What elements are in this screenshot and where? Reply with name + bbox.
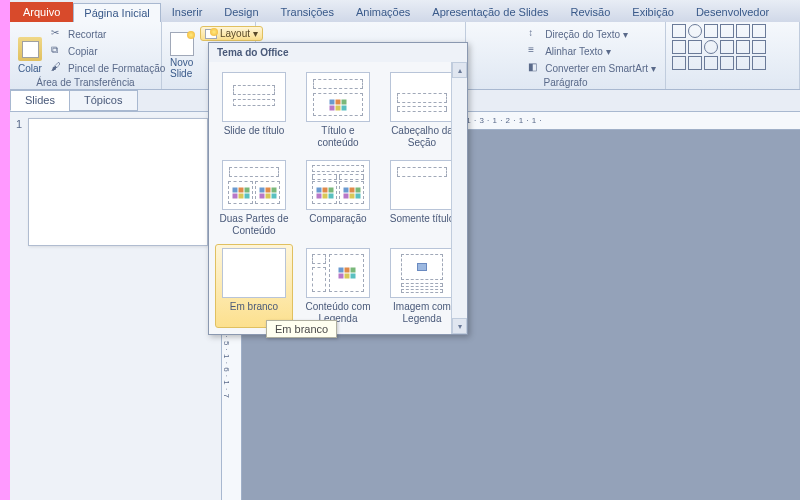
new-slide-button[interactable]: Novo Slide bbox=[168, 24, 196, 87]
thumb-row[interactable]: 1 bbox=[16, 118, 215, 246]
layout-grid: Slide de título Título e conteúdo Cabeça… bbox=[209, 62, 467, 334]
tab-home[interactable]: Página Inicial bbox=[73, 3, 160, 22]
chevron-down-icon: ▾ bbox=[623, 29, 628, 40]
tab-view[interactable]: Exibição bbox=[621, 2, 685, 22]
layout-title-only[interactable]: Somente título bbox=[383, 156, 461, 240]
tab-review[interactable]: Revisão bbox=[560, 2, 622, 22]
tab-design[interactable]: Design bbox=[213, 2, 269, 22]
layout-thumb bbox=[222, 72, 286, 122]
scissors-icon: ✂ bbox=[51, 27, 65, 41]
brush-icon: 🖌 bbox=[51, 61, 65, 75]
layout-blank[interactable]: Em branco bbox=[215, 244, 293, 328]
new-slide-icon bbox=[170, 32, 194, 56]
slide-number: 1 bbox=[16, 118, 22, 246]
paste-icon bbox=[18, 37, 42, 61]
tooltip: Em branco bbox=[266, 320, 337, 338]
group-title: Parágrafo bbox=[466, 77, 665, 88]
layout-two-content[interactable]: Duas Partes de Conteúdo bbox=[215, 156, 293, 240]
layout-section-header[interactable]: Cabeçalho da Seção bbox=[383, 68, 461, 152]
tab-transitions[interactable]: Transições bbox=[270, 2, 345, 22]
chevron-down-icon: ▾ bbox=[606, 46, 611, 57]
layout-header: Tema do Office bbox=[209, 43, 467, 62]
align-text-icon: ≡ bbox=[528, 44, 542, 58]
text-direction-button[interactable]: ↕Direção do Texto▾ bbox=[525, 26, 659, 42]
shapes-gallery[interactable] bbox=[672, 24, 766, 87]
group-paragraph: ↕Direção do Texto▾ ≡Alinhar Texto▾ ◧Conv… bbox=[466, 22, 666, 89]
align-text-button[interactable]: ≡Alinhar Texto▾ bbox=[525, 43, 659, 59]
tab-slides-pane[interactable]: Slides bbox=[10, 90, 70, 111]
layout-picture-caption[interactable]: Imagem com Legenda bbox=[383, 244, 461, 328]
layout-dropdown: Tema do Office Slide de título Título e … bbox=[208, 42, 468, 335]
powerpoint-window: Arquivo Página Inicial Inserir Design Tr… bbox=[10, 0, 800, 500]
format-painter-button[interactable]: 🖌Pincel de Formatação bbox=[48, 60, 168, 76]
tab-developer[interactable]: Desenvolvedor bbox=[685, 2, 780, 22]
layout-button[interactable]: Layout ▾ bbox=[200, 26, 263, 41]
tab-insert[interactable]: Inserir bbox=[161, 2, 214, 22]
scroll-up-icon[interactable]: ▴ bbox=[452, 62, 467, 78]
layout-icon bbox=[205, 29, 217, 39]
panel-scrollbar[interactable]: ▴ ▾ bbox=[451, 62, 467, 334]
convert-smartart-button[interactable]: ◧Converter em SmartArt▾ bbox=[525, 60, 659, 76]
cut-button[interactable]: ✂Recortar bbox=[48, 26, 168, 42]
layout-comparison[interactable]: Comparação bbox=[299, 156, 377, 240]
group-clipboard: Colar ✂Recortar ⧉Copiar 🖌Pincel de Forma… bbox=[10, 22, 162, 89]
group-drawing bbox=[666, 22, 800, 89]
tab-slideshow[interactable]: Apresentação de Slides bbox=[421, 2, 559, 22]
thumbnail-pane: 1 bbox=[10, 112, 222, 500]
copy-icon: ⧉ bbox=[51, 44, 65, 58]
paste-label: Colar bbox=[18, 63, 42, 74]
scroll-down-icon[interactable]: ▾ bbox=[452, 318, 467, 334]
layout-content-caption[interactable]: Conteúdo com Legenda bbox=[299, 244, 377, 328]
tab-outline-pane[interactable]: Tópicos bbox=[69, 90, 138, 111]
text-direction-icon: ↕ bbox=[528, 27, 542, 41]
copy-button[interactable]: ⧉Copiar bbox=[48, 43, 168, 59]
new-slide-label: Novo Slide bbox=[170, 58, 194, 79]
layout-title-slide[interactable]: Slide de título bbox=[215, 68, 293, 152]
ribbon-tabs: Arquivo Página Inicial Inserir Design Tr… bbox=[10, 0, 800, 22]
layout-title-content[interactable]: Título e conteúdo bbox=[299, 68, 377, 152]
slide-thumbnail[interactable] bbox=[28, 118, 208, 246]
tab-animations[interactable]: Animações bbox=[345, 2, 421, 22]
chevron-down-icon: ▾ bbox=[651, 63, 656, 74]
group-title: Área de Transferência bbox=[10, 77, 161, 88]
tab-file[interactable]: Arquivo bbox=[10, 2, 73, 22]
smartart-icon: ◧ bbox=[528, 61, 542, 75]
